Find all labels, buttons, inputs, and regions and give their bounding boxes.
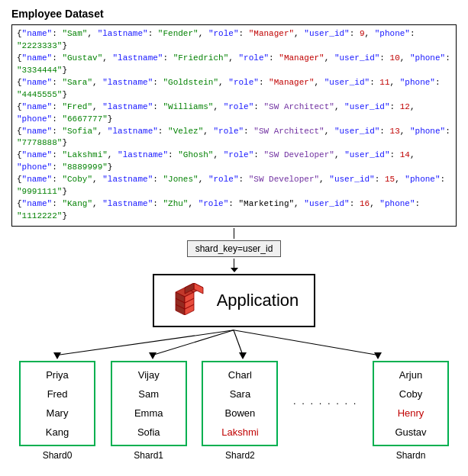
dataset-line-6: {"name": "Lakshmi", "lastname": "Ghosh",… [17,150,451,174]
shards-row: Priya Fred Mary Kang Shard0 Vijay Sam Em… [11,361,457,461]
shard1-item-4: Sofia [117,423,181,442]
dataset-line-8: {"name": "Kang", "lastname": "Zhu", "rol… [17,198,451,223]
shard0-item-4: Kang [25,423,89,442]
page-title: Employee Dataset [11,8,457,20]
application-label: Application [217,291,299,310]
cube-icon [169,283,208,318]
fan-arrows [11,329,457,359]
svg-line-16 [234,330,243,355]
dataset-line-2: {"name": "Gustav", "lastname": "Friedric… [17,53,451,77]
shardn-box: Arjun Coby Henry Gustav [373,361,449,446]
shard2-item-1: Charl [208,365,272,384]
dataset-line-7: {"name": "Coby", "lastname": "Jones", "r… [17,174,451,198]
dataset-line-3: {"name": "Sara", "lastname": "Goldstein"… [17,77,451,101]
shard1-label: Shard1 [134,450,163,461]
shard2-item-3: Bowen [208,404,272,423]
dataset-line-5: {"name": "Sofia", "lastname": "Velez", "… [17,126,451,150]
shard-key-label: shard_key=user_id [187,240,282,257]
shard1-box: Vijay Sam Emma Sofia [111,361,187,446]
shard2-col: Charl Sara Bowen Lakshmi Shard2 [202,361,278,461]
shard1-col: Vijay Sam Emma Sofia Shard1 [111,361,187,461]
ellipsis-col: . . . . . . . . [293,361,357,410]
shard2-item-4: Lakshmi [208,423,272,442]
shard0-box: Priya Fred Mary Kang [19,361,95,446]
shard2-label: Shard2 [225,450,255,461]
main-container: Employee Dataset {"name": "Sam", "lastna… [0,0,468,476]
shardn-item-1: Arjun [379,365,443,384]
shard1-item-1: Vijay [117,365,181,384]
dataset-box: {"name": "Sam", "lastname": "Fender", "r… [11,24,457,227]
shardn-item-3: Henry [379,404,443,423]
shardn-col: Arjun Coby Henry Gustav Shardn [373,361,449,461]
shard1-item-2: Sam [117,384,181,404]
svg-line-12 [57,330,234,355]
shard0-item-3: Mary [25,404,89,423]
shardn-item-2: Coby [379,384,443,404]
shard2-box: Charl Sara Bowen Lakshmi [202,361,278,446]
svg-marker-10 [194,283,203,294]
ellipsis: . . . . . . . . [293,391,357,410]
svg-marker-15 [149,352,157,359]
shardn-item-4: Gustav [379,423,443,442]
svg-marker-19 [374,352,382,359]
svg-marker-13 [53,352,61,359]
shard0-label: Shard0 [43,450,73,461]
shard1-item-3: Emma [117,404,181,423]
shard0-item-2: Fred [25,384,89,404]
svg-marker-17 [239,352,247,359]
arrow-to-shardkey: shard_key=user_id [11,228,457,272]
dataset-line-1: {"name": "Sam", "lastname": "Fender", "r… [17,28,451,53]
shard2-item-2: Sara [208,384,272,404]
svg-line-18 [234,330,378,355]
shard0-item-1: Priya [25,365,89,384]
application-box: Application [153,274,316,327]
svg-line-14 [153,330,234,355]
shardn-label: Shardn [396,450,426,461]
dataset-line-4: {"name": "Fred", "lastname": "Williams",… [17,101,451,126]
application-section: Application [11,274,457,327]
shard0-col: Priya Fred Mary Kang Shard0 [19,361,95,461]
